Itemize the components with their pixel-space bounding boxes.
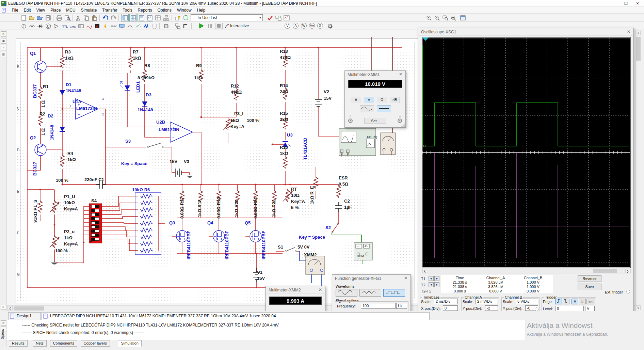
- xmm1-a-button[interactable]: A: [351, 97, 361, 103]
- undo-icon[interactable]: [101, 14, 109, 21]
- trig-b-button[interactable]: B: [579, 299, 586, 304]
- scroll-left-icon[interactable]: ❮: [7, 306, 13, 311]
- xmm1-minus-terminal[interactable]: [398, 118, 402, 123]
- place-analog-icon[interactable]: [52, 22, 60, 30]
- tab-lebegotap[interactable]: LEBEGŐTÁP DIP9 NCH IRFP4110 TL431-10V LM…: [42, 312, 430, 320]
- probe-diff-voltage-icon[interactable]: V±: [309, 23, 315, 29]
- xmm1-set-button[interactable]: Set...: [365, 118, 386, 124]
- grapher-icon[interactable]: [283, 14, 290, 21]
- reverse-button[interactable]: Reverse: [578, 275, 601, 282]
- paste-icon[interactable]: [91, 14, 98, 21]
- ext-trigger-radio[interactable]: [626, 290, 630, 293]
- open-file-icon[interactable]: [28, 14, 35, 21]
- cha-ypos-field[interactable]: -2: [485, 305, 498, 311]
- place-ttl-icon[interactable]: TTL: [61, 22, 68, 30]
- trig-a-button[interactable]: A: [571, 299, 578, 304]
- menu-file[interactable]: File: [9, 7, 21, 13]
- toggle-project-view-icon[interactable]: [121, 14, 129, 21]
- dock-expand-icon[interactable]: ▸: [1, 304, 6, 309]
- xmm1-plus-terminal[interactable]: [348, 118, 353, 123]
- multimeter1-window[interactable]: Multimeter-XMM1 ✕ 10.019 V A V Ω dB + − …: [344, 70, 406, 128]
- save-button[interactable]: Save: [578, 284, 601, 290]
- dock-close-icon[interactable]: ✕: [1, 31, 6, 37]
- xmm1-v-button[interactable]: V: [364, 97, 374, 103]
- save-icon[interactable]: [44, 14, 52, 21]
- place-resistor-icon[interactable]: [28, 22, 35, 30]
- t1-left-icon[interactable]: ◄: [429, 276, 434, 281]
- menu-view[interactable]: View: [33, 7, 48, 13]
- xmm1-ohm-button[interactable]: Ω: [377, 97, 387, 103]
- tb-scale-field[interactable]: 2 ms/Div: [434, 299, 458, 304]
- t1-right-icon[interactable]: ►: [434, 276, 439, 281]
- xfg-close-icon[interactable]: ✕: [403, 276, 408, 281]
- xmm1-dc-icon[interactable]: [377, 106, 391, 112]
- probe-voltage-icon[interactable]: V: [285, 23, 290, 29]
- menu-simulate[interactable]: Simulate: [78, 7, 100, 13]
- new-file-icon[interactable]: [20, 14, 27, 21]
- close-button[interactable]: ✕: [632, 0, 643, 7]
- place-power-icon[interactable]: [101, 22, 109, 30]
- tab-design1[interactable]: Design1: [8, 312, 41, 320]
- copy-icon[interactable]: [82, 14, 90, 21]
- xmm1-ac-icon[interactable]: [360, 106, 374, 112]
- toggle-grid-icon[interactable]: [129, 14, 137, 21]
- trigger-marker-icon[interactable]: [422, 37, 429, 41]
- menu-window[interactable]: Window: [174, 7, 194, 13]
- trig-level-unit[interactable]: V: [585, 306, 595, 311]
- place-misc-digital-icon[interactable]: [77, 22, 84, 30]
- probe-current-icon[interactable]: A: [293, 23, 299, 29]
- tb-xpos-field[interactable]: 0: [443, 305, 458, 311]
- t2-left-icon[interactable]: ◄: [429, 282, 434, 287]
- oscilloscope-close-icon[interactable]: ✕: [626, 29, 631, 34]
- sine-wave-button[interactable]: [336, 289, 357, 297]
- spreadsheet-tab-results[interactable]: Results: [9, 340, 28, 347]
- dock-tools-icon[interactable]: ⊟: [1, 52, 6, 57]
- xmm1-db-button[interactable]: dB: [390, 97, 400, 103]
- place-transistor-icon[interactable]: [44, 22, 52, 30]
- spreadsheet-tab-simulation[interactable]: Simulation: [118, 340, 141, 347]
- scope-hscrollbar[interactable]: ❮ ❯: [422, 269, 631, 273]
- toggle-spreadsheet-icon[interactable]: [154, 14, 161, 21]
- stop-simulation-icon[interactable]: [215, 23, 223, 29]
- spreadsheet-close-icon[interactable]: ✕: [1, 320, 6, 326]
- xfg-titlebar[interactable]: Function generator-XFG1 ✕: [332, 275, 410, 282]
- scroll-down-icon[interactable]: ∨: [636, 305, 641, 310]
- menu-tools[interactable]: Tools: [120, 7, 135, 13]
- place-misc-icon[interactable]: MISC: [110, 22, 117, 30]
- database-manager-icon[interactable]: [182, 14, 189, 21]
- multimeter2-titlebar[interactable]: Multimeter-XMM2 ✕: [266, 286, 325, 294]
- maximize-button[interactable]: ❐: [620, 0, 632, 7]
- hierarchy-icon[interactable]: [162, 14, 170, 21]
- place-source-icon[interactable]: [20, 22, 27, 30]
- chb-scale-field[interactable]: 5 V/Div: [516, 299, 538, 304]
- print-preview-icon[interactable]: [63, 14, 71, 21]
- erc-check-icon[interactable]: [266, 14, 274, 21]
- multimeter1-titlebar[interactable]: Multimeter-XMM1 ✕: [345, 71, 405, 78]
- scope-scroll-left-icon[interactable]: ❮: [422, 269, 427, 273]
- cha-scale-field[interactable]: 2 mV/Div: [476, 299, 498, 304]
- dock-layers-icon[interactable]: ≡: [1, 45, 6, 50]
- multimeter2-close-icon[interactable]: ✕: [318, 287, 323, 292]
- scope-scroll-right-icon[interactable]: ❯: [625, 269, 630, 273]
- place-electromechanical-icon[interactable]: [134, 22, 142, 30]
- place-diode-icon[interactable]: [36, 22, 44, 30]
- place-indicator-icon[interactable]: 8: [93, 22, 101, 30]
- menu-place[interactable]: Place: [48, 7, 63, 13]
- print-icon[interactable]: [55, 14, 63, 21]
- place-bus-icon[interactable]: [182, 22, 189, 30]
- zoom-in-icon[interactable]: [425, 14, 432, 21]
- menu-reports[interactable]: Reports: [135, 7, 155, 13]
- component-wizard-icon[interactable]: [174, 14, 181, 21]
- triangle-wave-button[interactable]: [359, 289, 381, 297]
- transfer-icon[interactable]: [274, 14, 282, 21]
- place-mixed-icon[interactable]: [85, 22, 93, 30]
- zoom-fit-icon[interactable]: [449, 14, 457, 21]
- trig-edge-rising-icon[interactable]: [555, 299, 562, 304]
- place-ni-component-icon[interactable]: [142, 22, 150, 30]
- cut-icon[interactable]: [74, 14, 82, 21]
- spreadsheet-tab-components[interactable]: Components: [50, 340, 77, 347]
- menu-help[interactable]: Help: [194, 7, 208, 13]
- trig-ext-button[interactable]: Ext: [586, 299, 595, 304]
- zoom-area-icon[interactable]: [441, 14, 449, 21]
- canvas-vscrollbar[interactable]: ∧ ∨: [635, 30, 641, 311]
